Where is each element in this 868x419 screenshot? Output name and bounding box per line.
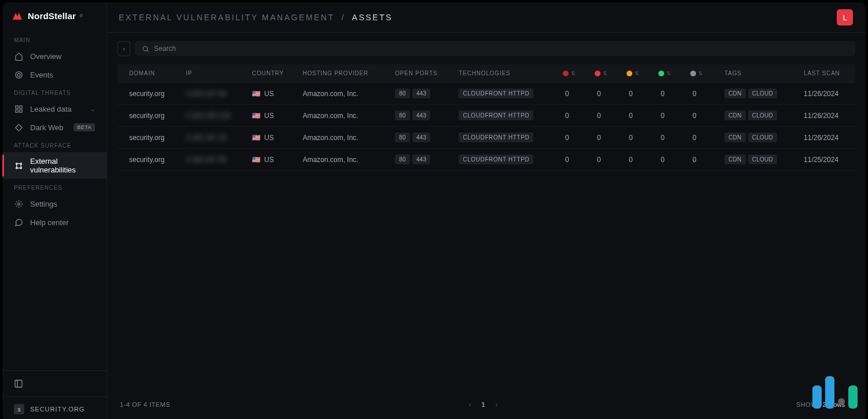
- cell-tags: CDNCLOUD: [720, 149, 799, 171]
- next-page-button[interactable]: ›: [496, 400, 498, 409]
- breadcrumb-separator: /: [342, 13, 345, 22]
- table-row[interactable]: security.org3.163.167.15🇺🇸USAmazon.com, …: [118, 127, 855, 149]
- cell-tech: CLOUDFRONT HTTPD: [454, 83, 561, 105]
- table-row[interactable]: security.org3.163.167.55🇺🇸USAmazon.com, …: [118, 149, 855, 171]
- sidebar-item-overview[interactable]: Overview: [2, 47, 107, 65]
- col-domain[interactable]: DOMAIN: [118, 64, 181, 83]
- cell-tags: CDNCLOUD: [720, 105, 799, 127]
- cell-sev: 0: [624, 83, 656, 105]
- col-tech[interactable]: TECHNOLOGIES: [454, 64, 561, 83]
- sidebar-item-leaked-data[interactable]: Leaked data ⌄: [2, 100, 107, 118]
- org-name: SECURITY.ORG: [30, 406, 85, 413]
- svg-point-10: [17, 203, 20, 205]
- svg-point-0: [15, 71, 21, 78]
- cell-sev: 0: [592, 105, 624, 127]
- cell-sev: 0: [688, 83, 720, 105]
- svg-line-14: [147, 50, 149, 52]
- cell-sev: 0: [656, 83, 688, 105]
- col-sev-medium[interactable]: ⇅: [624, 64, 656, 83]
- sidebar-item-label: Dark Web: [30, 123, 64, 132]
- search-input[interactable]: [154, 45, 848, 53]
- page-number[interactable]: 1: [481, 401, 485, 408]
- svg-rect-5: [19, 109, 21, 112]
- diamond-icon: [14, 123, 23, 132]
- svg-point-9: [20, 167, 22, 169]
- cell-domain: security.org: [118, 105, 181, 127]
- sidebar-item-dark-web[interactable]: Dark Web BETA: [2, 118, 107, 137]
- cell-sev: 0: [561, 127, 592, 149]
- breadcrumb: EXTERNAL VULNERABILITY MANAGEMENT / ASSE…: [119, 13, 393, 22]
- col-last-scan[interactable]: LAST SCAN: [799, 64, 855, 83]
- home-icon: [14, 52, 23, 61]
- cell-domain: security.org: [118, 83, 181, 105]
- org-switcher[interactable]: s SECURITY.ORG: [2, 396, 107, 419]
- gear-icon: [14, 199, 23, 208]
- cell-last-scan: 11/26/2024: [799, 83, 855, 105]
- cell-country: 🇺🇸US: [247, 105, 298, 127]
- main-content: EXTERNAL VULNERABILITY MANAGEMENT / ASSE…: [107, 2, 866, 419]
- cell-last-scan: 11/26/2024: [799, 105, 855, 127]
- sidebar-item-events[interactable]: Events: [2, 65, 107, 84]
- sidebar-item-help-center[interactable]: Help center: [2, 213, 107, 231]
- chevron-right-icon: ›: [123, 45, 125, 52]
- col-sev-info[interactable]: ⇅: [688, 64, 720, 83]
- col-sev-critical[interactable]: ⇅: [561, 64, 592, 83]
- prev-page-button[interactable]: ‹: [468, 400, 471, 409]
- brand-logo[interactable]: NordStellar®: [2, 10, 107, 31]
- table-row[interactable]: security.org3.163.165.116🇺🇸USAmazon.com,…: [118, 105, 855, 127]
- cell-hosting: Amazon.com, Inc.: [298, 83, 391, 105]
- brand-name: NordStellar: [28, 11, 76, 21]
- cell-ports: 80443: [390, 105, 454, 127]
- col-ports[interactable]: OPEN PORTS: [390, 64, 454, 83]
- cell-tech: CLOUDFRONT HTTPD: [454, 127, 561, 149]
- cell-domain: security.org: [118, 149, 181, 171]
- user-avatar[interactable]: L: [837, 9, 853, 25]
- breadcrumb-current: ASSETS: [352, 13, 393, 22]
- cell-tech: CLOUDFRONT HTTPD: [454, 105, 561, 127]
- col-ip[interactable]: IP: [181, 64, 247, 83]
- col-sev-high[interactable]: ⇅: [592, 64, 624, 83]
- pagination: 1-4 OF 4 ITEMS ‹ 1 › SHOW: 25 rows ⌄: [118, 394, 855, 413]
- beta-badge: BETA: [74, 123, 95, 131]
- cell-ip: 3.163.167.15: [181, 127, 247, 149]
- cell-hosting: Amazon.com, Inc.: [298, 149, 391, 171]
- search-box[interactable]: [135, 41, 855, 56]
- svg-rect-3: [19, 105, 21, 108]
- sidebar-item-settings[interactable]: Settings: [2, 194, 107, 213]
- cell-sev: 0: [624, 127, 656, 149]
- cell-sev: 0: [688, 127, 720, 149]
- col-sev-low[interactable]: ⇅: [656, 64, 688, 83]
- cell-ports: 80443: [390, 127, 454, 149]
- col-hosting[interactable]: HOSTING PROVIDER: [298, 64, 391, 83]
- sidebar-item-label: Help center: [30, 218, 68, 227]
- svg-rect-4: [15, 109, 17, 112]
- sidebar-item-external-vulnerabilities[interactable]: External vulnerabilities: [2, 152, 107, 179]
- svg-point-1: [17, 73, 20, 76]
- breadcrumb-parent[interactable]: EXTERNAL VULNERABILITY MANAGEMENT: [119, 13, 334, 22]
- collapse-sidebar-button[interactable]: [2, 371, 107, 396]
- cell-sev: 0: [592, 83, 624, 105]
- cell-sev: 0: [624, 105, 656, 127]
- table-row[interactable]: security.org3.163.167.94🇺🇸USAmazon.com, …: [118, 83, 855, 105]
- col-tags[interactable]: TAGS: [720, 64, 799, 83]
- svg-point-7: [20, 163, 22, 164]
- cell-sev: 0: [656, 105, 688, 127]
- cell-sev: 0: [624, 149, 656, 171]
- section-attack-surface-label: ATTACK SURFACE: [2, 137, 107, 152]
- cell-last-scan: 11/26/2024: [799, 127, 855, 149]
- search-icon: [142, 45, 149, 53]
- section-main-label: MAIN: [2, 31, 107, 47]
- cell-sev: 0: [561, 149, 592, 171]
- cell-sev: 0: [688, 149, 720, 171]
- cell-sev: 0: [561, 105, 592, 127]
- sidebar-item-label: Leaked data: [30, 105, 72, 113]
- col-country[interactable]: COUNTRY: [247, 64, 298, 83]
- expand-filters-button[interactable]: ›: [118, 41, 130, 56]
- sidebar-item-label: Events: [30, 71, 53, 79]
- cell-tags: CDNCLOUD: [720, 83, 799, 105]
- cell-hosting: Amazon.com, Inc.: [298, 105, 391, 127]
- sidebar: NordStellar® MAIN Overview Events DIGITA…: [2, 2, 107, 419]
- cell-country: 🇺🇸US: [247, 83, 298, 105]
- sidebar-item-label: Overview: [30, 52, 61, 61]
- cell-hosting: Amazon.com, Inc.: [298, 127, 391, 149]
